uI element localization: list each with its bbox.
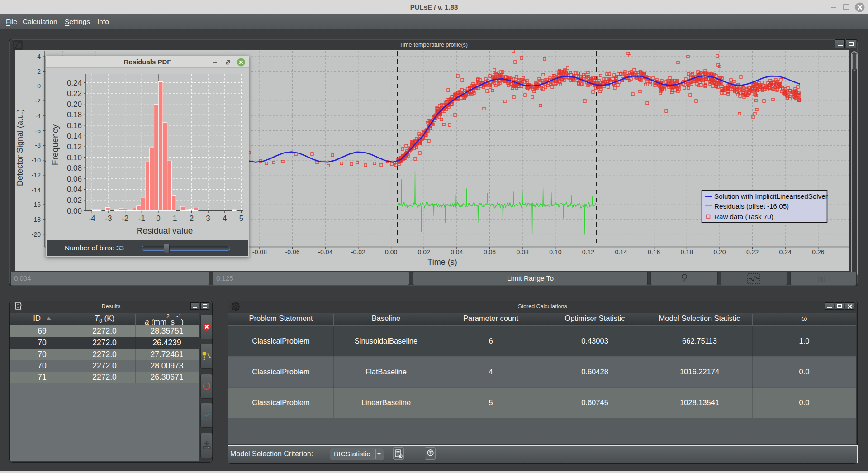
svg-text:-0.08: -0.08 (252, 248, 267, 256)
svg-text:-18: -18 (32, 216, 41, 223)
svg-text:Detector Signal (a.u.): Detector Signal (a.u.) (15, 109, 24, 186)
svg-text:0: 0 (156, 214, 160, 223)
svg-text:Frequency: Frequency (50, 124, 60, 165)
svg-text:0.14: 0.14 (615, 248, 627, 256)
svg-text:4: 4 (37, 53, 41, 60)
svg-text:5: 5 (239, 214, 243, 223)
svg-text:-16: -16 (32, 201, 41, 208)
svg-text:1: 1 (173, 214, 177, 223)
svg-text:-2: -2 (122, 214, 128, 223)
svg-text:-1: -1 (138, 214, 145, 223)
svg-text:0.08: 0.08 (516, 248, 528, 256)
svg-text:0.22: 0.22 (746, 248, 759, 256)
svg-text:0.06: 0.06 (484, 248, 496, 256)
svg-text:0.00: 0.00 (385, 248, 397, 256)
svg-text:0.02: 0.02 (67, 196, 82, 205)
svg-text:-3: -3 (105, 214, 112, 223)
svg-text:0.10: 0.10 (549, 248, 561, 256)
svg-text:-20: -20 (32, 231, 41, 238)
svg-text:-6: -6 (35, 127, 41, 134)
svg-text:4: 4 (223, 214, 227, 223)
svg-text:-4: -4 (35, 112, 41, 119)
svg-text:0.20: 0.20 (713, 248, 726, 256)
svg-text:Residuals (offset -16.05): Residuals (offset -16.05) (714, 202, 789, 210)
svg-text:0.12: 0.12 (67, 143, 82, 151)
svg-text:0.24: 0.24 (67, 79, 82, 87)
svg-text:0.20: 0.20 (67, 100, 82, 109)
svg-text:0: 0 (37, 82, 41, 90)
svg-text:-0.06: -0.06 (285, 248, 300, 256)
svg-text:0.02: 0.02 (418, 248, 430, 256)
svg-text:-0.04: -0.04 (318, 248, 332, 256)
svg-text:1: 1 (430, 451, 432, 454)
svg-text:Time (s): Time (s) (427, 258, 457, 267)
svg-text:-8: -8 (35, 142, 41, 149)
svg-text:0.26: 0.26 (812, 248, 824, 256)
svg-text:-2: -2 (35, 97, 41, 105)
svg-text:Raw data (Task 70): Raw data (Task 70) (714, 213, 773, 220)
svg-text:0.18: 0.18 (681, 248, 693, 256)
svg-text:0.16: 0.16 (67, 121, 82, 130)
svg-text:-0.02: -0.02 (351, 248, 365, 256)
svg-text:Residual value: Residual value (137, 226, 193, 235)
svg-text:0.04: 0.04 (67, 185, 82, 194)
svg-text:-4: -4 (89, 214, 95, 223)
svg-text:0.22: 0.22 (67, 89, 82, 98)
svg-text:0.06: 0.06 (67, 175, 82, 183)
svg-text:0.04: 0.04 (451, 248, 463, 256)
svg-text:0.24: 0.24 (779, 248, 792, 256)
svg-text:-12: -12 (32, 172, 41, 179)
svg-text:0.14: 0.14 (67, 132, 82, 140)
svg-text:0.18: 0.18 (67, 110, 82, 119)
svg-text:Solution with ImplicitLinearis: Solution with ImplicitLinearisedSolver (714, 192, 828, 200)
svg-text:-10: -10 (32, 157, 41, 164)
svg-text:2: 2 (190, 214, 194, 223)
svg-text:2: 2 (37, 68, 41, 75)
svg-text:0.12: 0.12 (582, 248, 594, 256)
svg-text:0.16: 0.16 (648, 248, 660, 256)
svg-text:3: 3 (206, 214, 210, 223)
svg-text:0.08: 0.08 (67, 164, 82, 172)
svg-text:0.00: 0.00 (67, 207, 82, 215)
svg-text:-14: -14 (32, 186, 41, 194)
svg-text:0.10: 0.10 (67, 153, 82, 162)
